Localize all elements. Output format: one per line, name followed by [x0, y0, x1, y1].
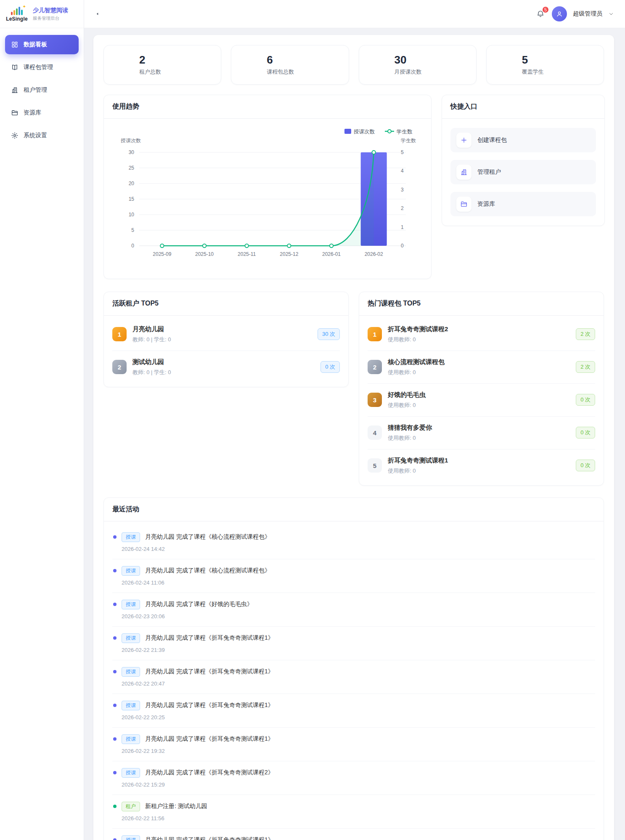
activity-text: 新租户注册: 测试幼儿园 [145, 803, 207, 810]
main-content: 2 租户总数 6 课程包总数 [84, 28, 625, 840]
quick-entry-panel: 快捷入口 创建课程包 管理租户 [442, 95, 605, 226]
sidebar-item[interactable]: 课程包管理 [5, 58, 79, 77]
notification-badge: 5 [542, 6, 549, 13]
svg-text:20: 20 [129, 181, 135, 186]
app-title: 少儿智慧阅读 [33, 7, 68, 14]
lesingle-logo-icon: ✦ LeSingle [5, 6, 29, 22]
course-count-badge: 0 次 [576, 460, 595, 471]
svg-text:0: 0 [131, 243, 134, 249]
tenant-meta: 教师: 0 | 学生: 0 [132, 336, 312, 343]
svg-text:2: 2 [401, 205, 404, 211]
activity-dot-icon [113, 737, 117, 741]
course-meta: 使用教师: 0 [388, 434, 570, 442]
app-logo: ✦ LeSingle 少儿智慧阅读 服务管理后台 [0, 0, 84, 28]
recent-activity-panel: 最近活动 授课 月亮幼儿园 完成了课程《核心流程测试课程包》 2026-02-2… [103, 497, 604, 840]
play-icon [373, 60, 383, 70]
quick-link-label: 管理租户 [477, 168, 501, 176]
legend-line-marker[interactable] [388, 130, 391, 133]
rank-badge: 5 [368, 458, 382, 473]
svg-text:3: 3 [401, 186, 404, 192]
course-row: 4 猜猜我有多爱你 使用教师: 0 0 次 [368, 417, 595, 449]
tenant-count-badge: 30 次 [318, 328, 340, 340]
rank-badge: 1 [368, 327, 382, 341]
legend-bar-label[interactable]: 授课次数 [353, 129, 375, 135]
course-count-badge: 2 次 [576, 328, 595, 340]
user-menu[interactable]: 超级管理员 [573, 10, 602, 18]
chevron-down-icon[interactable] [608, 11, 614, 17]
sidebar-item[interactable]: 租户管理 [5, 80, 79, 100]
activity-row: 授课 月亮幼儿园 完成了课程《核心流程测试课程包》 2026-02-24 14:… [112, 526, 595, 559]
course-name: 猜猜我有多爱你 [388, 424, 570, 432]
stat-label: 租户总数 [139, 68, 161, 76]
activity-time: 2026-02-22 11:56 [122, 815, 594, 821]
stat-card: 6 课程包总数 [231, 45, 349, 85]
svg-text:2025-09: 2025-09 [153, 251, 171, 257]
building-icon [460, 168, 468, 176]
stat-card: 2 租户总数 [103, 45, 221, 85]
active-tenants-title: 活跃租户 TOP5 [112, 300, 159, 307]
course-count-badge: 0 次 [576, 394, 595, 406]
activity-row: 授课 月亮幼儿园 完成了课程《核心流程测试课程包》 2026-02-24 11:… [112, 559, 595, 593]
stat-label: 月授课次数 [395, 68, 422, 76]
trend-chart: 051015202530012345授课次数学生数2025-092025-102… [114, 125, 421, 266]
activity-text: 月亮幼儿园 完成了课程《折耳兔奇奇测试课程1》 [145, 702, 274, 709]
legend-bar-swatch[interactable] [344, 129, 351, 134]
activity-row: 授课 月亮幼儿园 完成了课程《折耳兔奇奇测试课程1》 2026-02-22 21… [112, 627, 595, 660]
tenant-count-badge: 0 次 [320, 361, 340, 373]
sidebar: ✦ LeSingle 少儿智慧阅读 服务管理后台 数据看板 课程包管理 租户管理 [0, 0, 84, 840]
activity-type-tag: 授课 [122, 734, 140, 744]
course-meta: 使用教师: 0 [388, 401, 570, 409]
course-count-badge: 0 次 [576, 427, 595, 439]
sidebar-item[interactable]: 资源库 [5, 103, 79, 122]
activity-dot-icon [113, 704, 117, 707]
course-meta: 使用教师: 0 [388, 336, 570, 343]
tenant-row: 2 测试幼儿园 教师: 0 | 学生: 0 0 次 [112, 351, 340, 383]
avatar[interactable] [552, 6, 567, 21]
quick-link[interactable]: 管理租户 [450, 160, 596, 184]
stat-label: 覆盖学生 [522, 68, 544, 76]
notifications-button[interactable]: 5 [535, 8, 546, 19]
svg-text:学生数: 学生数 [401, 138, 416, 144]
sidebar-collapse-icon[interactable] [95, 9, 104, 19]
quick-link[interactable]: 创建课程包 [450, 128, 596, 152]
tenant-meta: 教师: 0 | 学生: 0 [132, 369, 315, 376]
activity-text: 月亮幼儿园 完成了课程《折耳兔奇奇测试课程1》 [145, 634, 274, 642]
stat-value: 2 [139, 54, 161, 66]
svg-text:2026-01: 2026-01 [322, 251, 341, 257]
activity-text: 月亮幼儿园 完成了课程《折耳兔奇奇测试课程1》 [145, 735, 274, 743]
course-count-badge: 2 次 [576, 361, 595, 373]
sidebar-item-label: 数据看板 [24, 41, 47, 48]
stat-value: 6 [267, 54, 294, 66]
quick-link-label: 创建课程包 [477, 136, 507, 144]
quick-link[interactable]: 资源库 [450, 192, 596, 216]
svg-text:1: 1 [401, 224, 404, 230]
activity-row: 授课 月亮幼儿园 完成了课程《折耳兔奇奇测试课程1》 2026-02-22 20… [112, 694, 595, 728]
activity-text: 月亮幼儿园 完成了课程《折耳兔奇奇测试课程1》 [145, 836, 274, 840]
sidebar-item-label: 系统设置 [24, 132, 47, 139]
activity-type-tag: 授课 [122, 835, 140, 840]
sidebar-item-label: 资源库 [24, 109, 41, 117]
activity-time: 2026-02-23 20:06 [122, 613, 594, 619]
tenant-name: 测试幼儿园 [132, 358, 315, 366]
quick-link-label: 资源库 [477, 200, 495, 208]
activity-time: 2026-02-22 19:32 [122, 748, 594, 754]
legend-line-label[interactable]: 学生数 [397, 129, 413, 135]
activity-row: 授课 月亮幼儿园 完成了课程《折耳兔奇奇测试课程1》 2026-02-22 19… [112, 728, 595, 761]
stats-row: 2 租户总数 6 课程包总数 [103, 45, 604, 85]
svg-text:15: 15 [129, 196, 135, 202]
svg-text:4: 4 [401, 168, 404, 174]
activity-type-tag: 授课 [122, 768, 140, 778]
activity-time: 2026-02-24 11:06 [122, 579, 594, 586]
sidebar-item[interactable]: 系统设置 [5, 126, 79, 145]
sidebar-item-label: 租户管理 [24, 86, 47, 94]
rank-badge: 4 [368, 425, 382, 440]
stat-card: 30 月授课次数 [359, 45, 477, 85]
activity-row: 租户 新租户注册: 测试幼儿园 2026-02-22 11:56 [112, 795, 595, 829]
sidebar-item[interactable]: 数据看板 [5, 35, 79, 54]
quick-entry-title: 快捷入口 [450, 103, 477, 110]
course-name: 折耳兔奇奇测试课程1 [388, 457, 570, 465]
svg-text:10: 10 [129, 212, 135, 218]
activity-dot-icon [113, 603, 117, 606]
svg-text:授课次数: 授课次数 [120, 138, 141, 144]
star-icon: ✦ [23, 4, 26, 9]
